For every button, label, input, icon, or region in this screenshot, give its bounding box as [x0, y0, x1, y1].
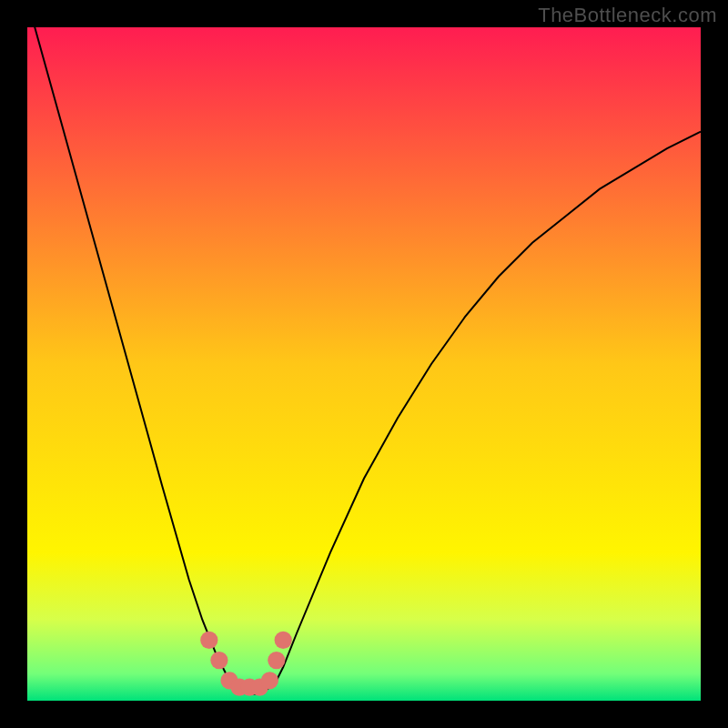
- watermark-text: TheBottleneck.com: [538, 4, 717, 27]
- marker-point: [210, 652, 228, 669]
- marker-point: [268, 652, 285, 669]
- chart-frame: TheBottleneck.com: [0, 0, 728, 728]
- marker-point: [261, 672, 278, 689]
- bottleneck-plot: [27, 27, 701, 701]
- marker-point: [200, 632, 217, 649]
- marker-point: [275, 632, 292, 649]
